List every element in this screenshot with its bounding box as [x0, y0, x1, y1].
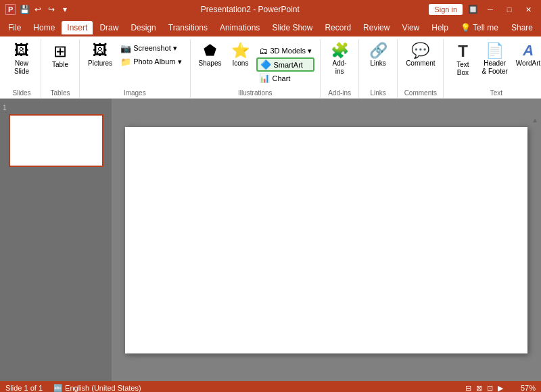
header-footer-icon: 📄	[486, 43, 504, 58]
save-button[interactable]: 💾	[18, 3, 30, 16]
pictures-label: Pictures	[88, 59, 112, 68]
slide-thumbnail-1[interactable]	[9, 114, 103, 167]
photo-album-button[interactable]: 📁 Photo Album ▾	[118, 55, 184, 68]
screenshot-icon: 📷	[120, 43, 131, 53]
shapes-button[interactable]: ⬟ Shapes	[196, 42, 225, 69]
addins-button[interactable]: 🧩 Add-ins	[326, 42, 353, 77]
3d-models-label: 3D Models ▾	[270, 47, 312, 55]
sign-in-button[interactable]: Sign in	[429, 4, 463, 15]
comments-group-label: Comments	[403, 87, 438, 98]
comment-button[interactable]: 💬 Comment	[403, 42, 438, 69]
header-footer-label: Header& Footer	[481, 59, 507, 76]
shapes-label: Shapes	[199, 59, 222, 68]
undo-button[interactable]: ↩	[32, 3, 44, 16]
slides-panel: 1	[0, 99, 112, 381]
links-label: Links	[370, 59, 385, 68]
app-logo: P	[5, 4, 16, 15]
smartart-button[interactable]: 🔷 SmartArt	[256, 57, 314, 72]
menu-tell-me[interactable]: 💡 Tell me	[455, 21, 504, 34]
menu-home[interactable]: Home	[28, 21, 60, 34]
icons-button[interactable]: ⭐ Icons	[227, 42, 254, 69]
minimize-button[interactable]: ─	[483, 2, 498, 17]
menu-bar: File Home Insert Draw Design Transitions…	[0, 19, 541, 36]
title-bar-left: P 💾 ↩ ↪ ▾	[5, 3, 71, 16]
slides-group-label: Slides	[8, 87, 35, 98]
addins-group-label: Add-ins	[326, 87, 353, 98]
menu-slideshow[interactable]: Slide Show	[266, 21, 318, 34]
quick-access-toolbar: 💾 ↩ ↪ ▾	[18, 3, 71, 16]
canvas-area[interactable]	[112, 99, 541, 381]
customize-button[interactable]: ▾	[59, 3, 71, 16]
slide-sorter-button[interactable]: ⊠	[476, 384, 482, 392]
chart-icon: 📊	[259, 73, 270, 83]
menu-draw[interactable]: Draw	[94, 21, 124, 34]
textbox-icon: T	[458, 43, 468, 59]
ribbon-group-links: 🔗 Links Links	[359, 39, 398, 98]
textbox-label: TextBox	[456, 61, 469, 77]
ribbon-group-text: T TextBox 📄 Header& Footer A WordArt Tex…	[444, 39, 541, 98]
shapes-icon: ⬟	[204, 43, 216, 58]
pictures-button[interactable]: 🖼 Pictures	[85, 42, 115, 69]
menu-animations[interactable]: Animations	[214, 21, 265, 34]
links-group-label: Links	[364, 87, 392, 98]
wordart-button[interactable]: A WordArt	[513, 42, 541, 69]
menu-design[interactable]: Design	[125, 21, 161, 34]
redo-button[interactable]: ↪	[45, 3, 57, 16]
status-bar: Slide 1 of 1 🔤 English (United States) ⊟…	[0, 381, 541, 392]
text-group-label: Text	[449, 87, 541, 98]
header-footer-button[interactable]: 📄 Header& Footer	[479, 42, 510, 77]
slide-canvas[interactable]	[125, 127, 527, 353]
links-button[interactable]: 🔗 Links	[364, 42, 392, 69]
illustrations-group-label: Illustrations	[196, 87, 315, 98]
slide-number-1: 1	[3, 104, 7, 112]
language-info: 🔤 English (United States)	[53, 384, 141, 393]
screenshot-button[interactable]: 📷 Screenshot ▾	[118, 42, 184, 55]
icons-icon: ⭐	[231, 43, 250, 58]
slideshow-button[interactable]: ▶	[498, 384, 503, 392]
menu-file[interactable]: File	[3, 21, 26, 34]
chart-button[interactable]: 📊 Chart	[256, 72, 314, 84]
wordart-icon: A	[523, 43, 534, 58]
photo-album-label: Photo Album ▾	[133, 57, 181, 66]
ribbon-collapse-button[interactable]: ▲	[532, 116, 538, 124]
menu-record[interactable]: Record	[319, 21, 356, 34]
ribbon-display-button[interactable]: 🔲	[467, 3, 479, 16]
ribbon-group-slides: 🖼 NewSlide Slides	[3, 39, 41, 98]
ribbon-group-images: 🖼 Pictures 📷 Screenshot ▾ 📁 Photo Album …	[80, 39, 191, 98]
new-slide-label: NewSlide	[14, 59, 29, 76]
addins-label: Add-ins	[333, 59, 347, 76]
maximize-button[interactable]: □	[502, 2, 517, 17]
reading-view-button[interactable]: ⊡	[487, 384, 493, 392]
3d-models-icon: 🗂	[259, 46, 268, 56]
icons-label: Icons	[233, 59, 249, 68]
smartart-label: SmartArt	[273, 61, 302, 69]
addins-icon: 🧩	[331, 43, 349, 58]
photo-album-icon: 📁	[120, 57, 131, 67]
normal-view-button[interactable]: ⊟	[465, 384, 471, 392]
new-slide-icon: 🖼	[14, 43, 29, 58]
images-group-label: Images	[85, 87, 185, 98]
wordart-label: WordArt	[516, 59, 541, 68]
slide-info: Slide 1 of 1	[5, 384, 43, 392]
chart-label: Chart	[272, 74, 290, 82]
zoom-level: 57%	[521, 384, 536, 392]
menu-insert[interactable]: Insert	[62, 21, 93, 34]
table-icon: ⊞	[53, 43, 67, 59]
table-button[interactable]: ⊞ Table	[47, 42, 74, 70]
title-bar-right: Sign in 🔲 ─ □ ✕	[429, 2, 536, 17]
menu-transitions[interactable]: Transitions	[163, 21, 213, 34]
menu-share[interactable]: Share	[506, 21, 538, 34]
table-label: Table	[52, 61, 68, 69]
textbox-button[interactable]: T TextBox	[449, 42, 476, 78]
view-buttons: ⊟ ⊠ ⊡ ▶	[464, 384, 504, 393]
new-slide-button[interactable]: 🖼 NewSlide	[8, 42, 35, 77]
menu-review[interactable]: Review	[358, 21, 395, 34]
close-button[interactable]: ✕	[521, 2, 536, 17]
ribbon-group-tables: ⊞ Table Tables	[41, 39, 80, 98]
menu-help[interactable]: Help	[426, 21, 454, 34]
window-title: Presentation2 - PowerPoint	[71, 5, 429, 14]
3d-models-button[interactable]: 🗂 3D Models ▾	[256, 45, 314, 57]
links-icon: 🔗	[369, 43, 387, 58]
ribbon-group-illustrations: ⬟ Shapes ⭐ Icons 🗂 3D Models ▾ 🔷 SmartAr…	[191, 39, 321, 98]
menu-view[interactable]: View	[396, 21, 425, 34]
